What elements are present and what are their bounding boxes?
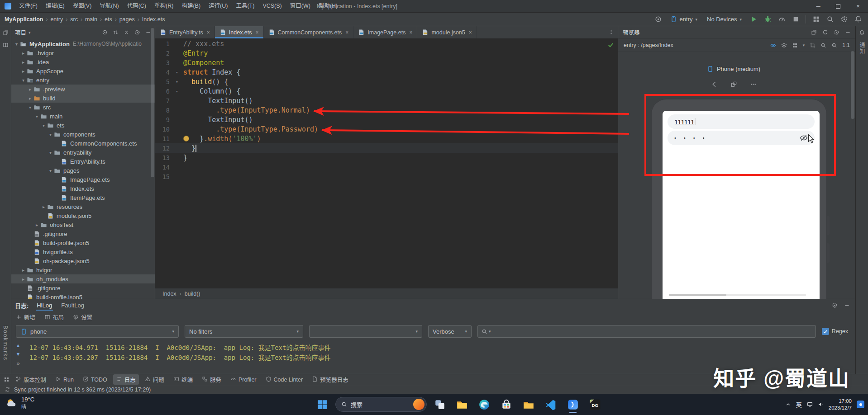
- tree-item-.gitignore[interactable]: .gitignore: [11, 229, 155, 238]
- structure-tool-icon[interactable]: [3, 30, 9, 36]
- tray-expand-icon[interactable]: [785, 401, 791, 407]
- notifications-tool-icon[interactable]: [859, 30, 865, 36]
- minimize-button[interactable]: ─: [808, 0, 828, 12]
- tree-item-oh_modules[interactable]: ▸oh_modules: [11, 274, 155, 283]
- tab-close-icon[interactable]: ×: [469, 29, 472, 36]
- log-custom-filter-select[interactable]: ▾: [309, 325, 422, 338]
- statusbar-item-预览器日志[interactable]: 预览器日志: [309, 374, 352, 385]
- tree-item-Index.ets[interactable]: Index.ets: [11, 184, 155, 193]
- tree-item-.hvigor[interactable]: ▸.hvigor: [11, 48, 155, 57]
- tab-close-icon[interactable]: ×: [256, 29, 259, 36]
- log-level-select[interactable]: Verbose ▾: [428, 325, 472, 338]
- chevron-right-icon[interactable]: ▸: [20, 51, 27, 56]
- tree-item-ImagePage.ets[interactable]: ImagePage.ets: [11, 175, 155, 184]
- statusbar-item-Run[interactable]: Run: [52, 375, 77, 384]
- statusbar-item-服务[interactable]: 服务: [199, 374, 224, 385]
- tab-CommonComponents.ets[interactable]: CommonComponents.ets×: [264, 26, 354, 38]
- chevron-down-icon[interactable]: ▾: [47, 132, 54, 137]
- tree-item-main[interactable]: ▾main: [11, 112, 155, 121]
- tree-item-entry[interactable]: ▾entry: [11, 75, 155, 85]
- menu-item-7[interactable]: 运行(U): [205, 0, 232, 12]
- breadcrumb-item[interactable]: MyApplication: [5, 16, 43, 23]
- log-search-input[interactable]: ▾: [477, 325, 816, 338]
- chevron-down-icon[interactable]: ▾: [20, 78, 27, 83]
- tree-item-ohosTest[interactable]: ▸ohosTest: [11, 220, 155, 229]
- settings-button[interactable]: [839, 14, 849, 25]
- tab-close-icon[interactable]: ×: [207, 29, 210, 36]
- statusbar-item-终端[interactable]: 终端: [170, 374, 196, 385]
- statusbar-item-Profiler[interactable]: Profiler: [227, 375, 260, 384]
- tree-item-.gitignore[interactable]: .gitignore: [11, 283, 155, 292]
- editor-crumb-Index[interactable]: Index: [162, 291, 176, 297]
- menu-item-4[interactable]: 代码(C): [123, 0, 150, 12]
- text-input-normal[interactable]: 111111: [668, 114, 815, 129]
- code-line-7[interactable]: 7 TextInput(): [155, 96, 618, 105]
- code-line-13[interactable]: 13}: [155, 153, 618, 162]
- more-icon[interactable]: »: [16, 360, 19, 367]
- edge-browser-button[interactable]: [475, 396, 493, 414]
- tree-item-CommonComponents.ets[interactable]: CommonComponents.ets: [11, 139, 155, 148]
- sort-button[interactable]: [113, 29, 119, 35]
- tab-close-icon[interactable]: ×: [345, 29, 348, 36]
- tree-item-EntryAbility.ts[interactable]: EntryAbility.ts: [11, 157, 155, 166]
- statusbar-item-版本控制[interactable]: 版本控制: [12, 374, 49, 385]
- chevron-down-icon[interactable]: ▾: [27, 105, 33, 110]
- chevron-down-icon[interactable]: ▾: [13, 42, 20, 47]
- breadcrumb-item[interactable]: pages: [119, 16, 135, 23]
- code-line-5[interactable]: 5▾ build() {: [155, 77, 618, 86]
- frame-bounds-icon[interactable]: [810, 42, 816, 48]
- tree-item-entryability[interactable]: ▾entryability: [11, 148, 155, 157]
- zoom-out-button[interactable]: [820, 42, 826, 48]
- chevron-right-icon[interactable]: ▸: [20, 60, 27, 65]
- preview-more-button[interactable]: [750, 81, 757, 88]
- log-tab-FaultLog[interactable]: FaultLog: [60, 300, 85, 311]
- log-device-select[interactable]: phone ▾: [16, 325, 179, 338]
- float-window-button[interactable]: [811, 29, 817, 35]
- preview-rotate-button[interactable]: [730, 81, 737, 88]
- notification-center-button[interactable]: [857, 401, 864, 408]
- hide-previewer-button[interactable]: [845, 29, 851, 35]
- tool-windows-icon[interactable]: [4, 377, 10, 382]
- tree-item-hvigorfile.ts[interactable]: hvigorfile.ts: [11, 247, 155, 256]
- weather-widget[interactable]: 19°C晴: [5, 396, 34, 410]
- search-everywhere-button[interactable]: [825, 14, 835, 25]
- refresh-preview-button[interactable]: [822, 29, 828, 35]
- tree-item-ItemPage.ets[interactable]: ItemPage.ets: [11, 193, 155, 202]
- chevron-right-icon[interactable]: ▸: [33, 222, 40, 227]
- folder-shortcut-button[interactable]: [520, 396, 538, 414]
- bookmarks-tool-label[interactable]: Bookmarks: [2, 325, 9, 361]
- scroll-top-icon[interactable]: ▲: [16, 343, 21, 348]
- run-button[interactable]: [748, 14, 759, 25]
- menu-item-0[interactable]: 文件(F): [15, 0, 42, 12]
- chevron-right-icon[interactable]: ▸: [20, 268, 27, 273]
- menu-item-10[interactable]: 窗口(W): [286, 0, 315, 12]
- notifications-button[interactable]: [853, 14, 863, 25]
- menu-item-3[interactable]: 导航(N): [95, 0, 123, 12]
- statusbar-item-TODO[interactable]: TODO: [80, 375, 110, 384]
- log-add-button[interactable]: 新增: [16, 313, 35, 321]
- log-tab-HiLog[interactable]: HiLog: [36, 300, 53, 311]
- log-settings-icon[interactable]: [832, 302, 838, 308]
- tree-item-build[interactable]: ▸build: [11, 94, 155, 103]
- volume-icon[interactable]: [818, 401, 824, 407]
- scroll-bottom-icon[interactable]: ▼: [16, 351, 21, 357]
- code-line-3[interactable]: 3@Component: [155, 58, 618, 67]
- kebab-menu-icon[interactable]: [608, 29, 614, 36]
- input-method-indicator[interactable]: 英: [796, 400, 802, 409]
- layout-grid-button[interactable]: [811, 14, 821, 25]
- grid-view-icon[interactable]: [792, 42, 798, 48]
- code-line-1[interactable]: 1// xxx.ets: [155, 39, 618, 48]
- code-line-11[interactable]: 11 }.width('100%'): [155, 134, 618, 143]
- hide-log-panel-button[interactable]: [844, 302, 850, 308]
- collapse-all-button[interactable]: [124, 29, 129, 35]
- preview-back-button[interactable]: [711, 81, 718, 88]
- menu-item-8[interactable]: 工具(T): [232, 0, 258, 12]
- regex-checkbox[interactable]: [822, 328, 829, 335]
- code-line-14[interactable]: 14: [155, 162, 618, 172]
- task-view-button[interactable]: [431, 396, 449, 414]
- tree-item-.preview[interactable]: ▸.preview: [11, 85, 155, 94]
- statusbar-item-日志[interactable]: 日志: [113, 374, 139, 385]
- chevron-down-icon[interactable]: ▾: [40, 123, 47, 128]
- zoom-in-button[interactable]: [831, 42, 837, 48]
- tree-item-oh-package.json5[interactable]: oh-package.json5: [11, 256, 155, 265]
